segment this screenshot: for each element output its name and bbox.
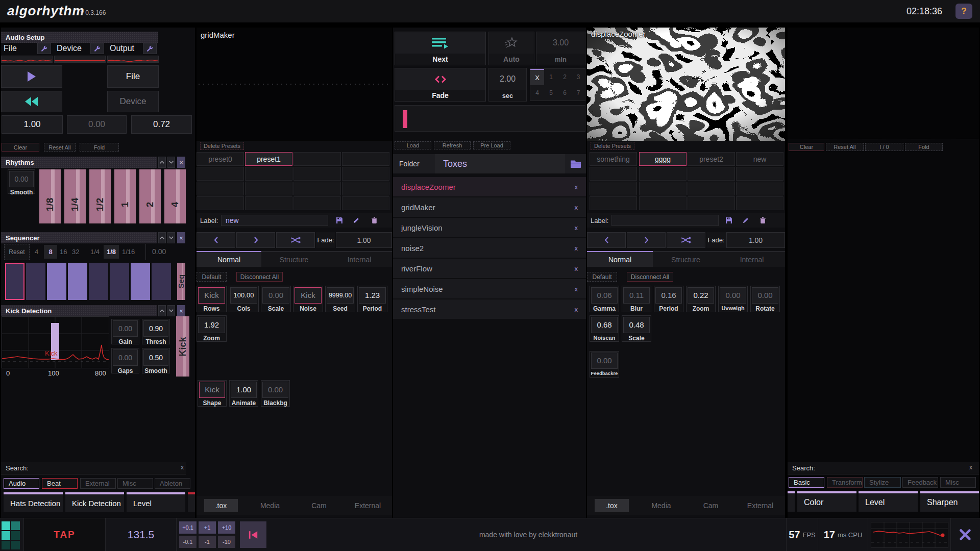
- preset-slot[interactable]: [245, 196, 292, 210]
- preset-slot[interactable]: [293, 167, 341, 181]
- bpm-inc-0.1[interactable]: +0.1: [179, 521, 197, 534]
- preset-slot[interactable]: [342, 182, 389, 195]
- displacezoomer-preview[interactable]: displaceZoomer: [587, 28, 785, 141]
- help-button[interactable]: ?: [955, 4, 972, 19]
- clear-button[interactable]: Clear: [2, 143, 39, 152]
- preset-slot[interactable]: [639, 167, 687, 181]
- preset-slot[interactable]: [197, 167, 244, 181]
- bpm-inc-1[interactable]: +1: [199, 521, 216, 534]
- seq-div-1-8[interactable]: 1/8: [104, 245, 119, 259]
- kick-side-strip[interactable]: Kick: [176, 316, 189, 377]
- rhythm-bar-1-8[interactable]: 1/8: [39, 169, 61, 223]
- seq-count-16[interactable]: 16: [60, 248, 67, 256]
- kick-down-button[interactable]: [167, 305, 175, 316]
- gm-param-shape[interactable]: Kick Shape: [198, 380, 227, 407]
- seq-count-4[interactable]: 4: [35, 248, 38, 256]
- preset-slot[interactable]: [342, 167, 389, 181]
- seq-step-1[interactable]: [5, 263, 24, 300]
- left-tab-beat[interactable]: Beat: [42, 478, 78, 489]
- right-tab-stylize[interactable]: Stylize: [864, 477, 901, 488]
- preset-slot[interactable]: [245, 167, 292, 181]
- right-search-close[interactable]: x: [969, 464, 972, 471]
- gridmaker-preview[interactable]: gridMaker: [197, 28, 392, 141]
- gm-param-zoom[interactable]: 1.92 Zoom: [197, 315, 227, 342]
- right-clear-button[interactable]: Clear: [789, 143, 824, 151]
- slot-1[interactable]: 1: [544, 69, 558, 85]
- save-preset-button[interactable]: [722, 215, 736, 226]
- kick-thresh-param[interactable]: 0.90 Thresh: [142, 319, 170, 344]
- preset-slot[interactable]: [197, 196, 244, 210]
- gm-param-cols[interactable]: 100.00 Cols: [229, 286, 259, 312]
- dz-param-gamma[interactable]: 0.06 Gamma: [590, 286, 619, 312]
- device-level-field[interactable]: 0.00: [67, 115, 127, 134]
- delete-preset-button[interactable]: [367, 215, 381, 226]
- preset-slot[interactable]: [293, 182, 341, 195]
- seq-count-8[interactable]: 8: [44, 245, 57, 259]
- seq-step-6[interactable]: [110, 263, 129, 300]
- bpm-dec-10[interactable]: -10: [218, 536, 235, 548]
- seq-step-7[interactable]: [131, 263, 150, 300]
- rhythms-down-button[interactable]: [167, 157, 175, 168]
- seq-offset-value[interactable]: 0.00: [152, 247, 166, 256]
- dz-next-button[interactable]: [627, 232, 666, 248]
- source-device-label[interactable]: Device: [57, 44, 82, 53]
- tox-row-gridmaker[interactable]: gridMaker x: [393, 197, 586, 217]
- right-reset-all-button[interactable]: Reset All: [826, 143, 864, 151]
- dz-default-button[interactable]: Default: [587, 272, 617, 282]
- left-tab-misc[interactable]: Misc: [117, 478, 153, 489]
- preset-slot[interactable]: [342, 152, 389, 166]
- gm-shuffle-button[interactable]: [276, 232, 315, 248]
- dz-param-period[interactable]: 0.16 Period: [654, 286, 683, 312]
- tox-remove-button[interactable]: x: [575, 183, 578, 191]
- seq-step-4[interactable]: [68, 263, 87, 300]
- preset-slot[interactable]: [736, 196, 783, 210]
- play-button[interactable]: [1, 65, 62, 88]
- kick-gaps-param[interactable]: 0.00 Gaps: [111, 348, 139, 373]
- auto-minutes-field[interactable]: 3.00 min: [536, 32, 585, 65]
- result-level[interactable]: Level: [859, 491, 918, 512]
- sequencer-reset-button[interactable]: Reset: [4, 244, 30, 260]
- sequencer-close-button[interactable]: ×: [177, 232, 185, 243]
- save-preset-button[interactable]: [332, 215, 347, 226]
- right-tab-transform[interactable]: Transform: [827, 477, 863, 488]
- rhythm-bar-1-2[interactable]: 1/2: [89, 169, 111, 223]
- output-file-button[interactable]: File: [107, 65, 159, 88]
- auto-button[interactable]: Auto: [488, 32, 534, 65]
- dz-disconnect-all-button[interactable]: Disconnect All: [627, 272, 673, 282]
- seq-step-8[interactable]: [152, 263, 171, 300]
- gm-param-animate[interactable]: 1.00 Animate: [229, 380, 258, 407]
- gm-tab-external[interactable]: External: [344, 496, 392, 515]
- gm-tab-cam[interactable]: Cam: [295, 496, 344, 515]
- slot-4[interactable]: 4: [530, 85, 544, 101]
- gm-default-button[interactable]: Default: [197, 272, 227, 282]
- seq-step-2[interactable]: [26, 263, 45, 300]
- dz-label-input[interactable]: [611, 215, 719, 226]
- settings-tools-button[interactable]: [951, 518, 979, 551]
- tox-remove-button[interactable]: x: [575, 224, 578, 232]
- seq-step-5[interactable]: [89, 263, 108, 300]
- next-button[interactable]: Next: [395, 32, 486, 65]
- preset-slot[interactable]: [590, 196, 637, 210]
- dz-param-noisean[interactable]: 0.68 Noisean: [590, 315, 619, 342]
- tox-remove-button[interactable]: x: [575, 204, 578, 211]
- rhythms-up-button[interactable]: [158, 157, 166, 168]
- slot-x[interactable]: X: [530, 69, 544, 85]
- seq-step-3[interactable]: [47, 263, 66, 300]
- result-kick-detection[interactable]: Kick Detection: [65, 492, 124, 512]
- preset-slot[interactable]: [736, 167, 783, 181]
- dz-tab-external[interactable]: External: [736, 496, 785, 515]
- rhythms-smooth-param[interactable]: 0.00 Smooth: [8, 169, 35, 194]
- result-level[interactable]: Level: [127, 492, 185, 512]
- tox-row-riverflow[interactable]: riverFlow x: [393, 259, 586, 278]
- bpm-inc-10[interactable]: +10: [218, 521, 235, 534]
- slot-5[interactable]: 5: [544, 85, 558, 101]
- output-settings-button[interactable]: [143, 43, 157, 54]
- slot-7[interactable]: 7: [572, 85, 585, 101]
- kick-up-button[interactable]: [158, 305, 166, 316]
- folder-browse-button[interactable]: [565, 154, 586, 173]
- kick-gain-param[interactable]: 0.00 Gain: [111, 319, 139, 344]
- rhythms-close-button[interactable]: ×: [177, 157, 185, 168]
- gm-param-blackbg[interactable]: 0.00 Blackbg: [261, 380, 290, 407]
- preload-button[interactable]: Pre Load: [473, 141, 510, 149]
- left-search-row[interactable]: Search: x: [1, 462, 186, 474]
